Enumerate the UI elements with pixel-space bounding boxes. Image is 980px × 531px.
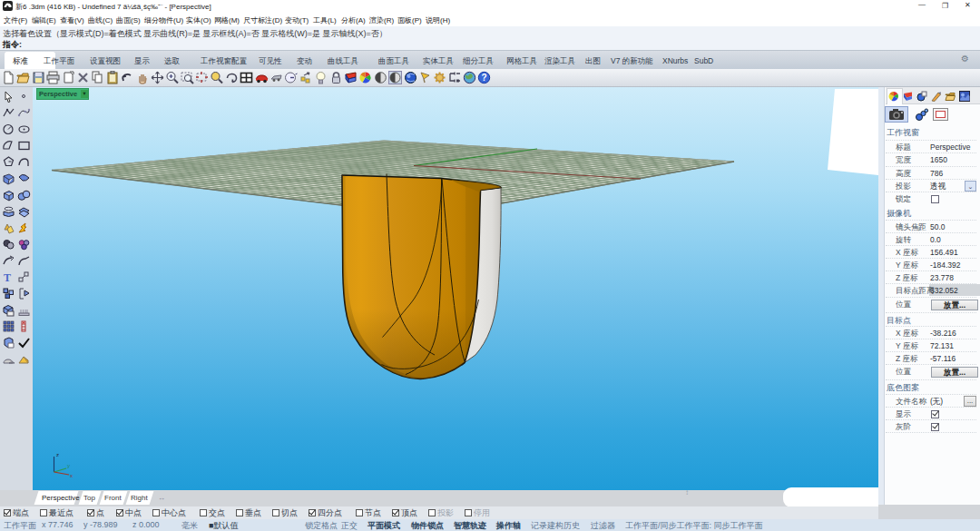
svg-text:T: T [4, 271, 11, 284]
svg-text:y: y [67, 463, 70, 468]
svg-text:z: z [56, 452, 59, 457]
svg-text:x: x [70, 473, 73, 478]
svg-text:?: ? [481, 73, 486, 83]
